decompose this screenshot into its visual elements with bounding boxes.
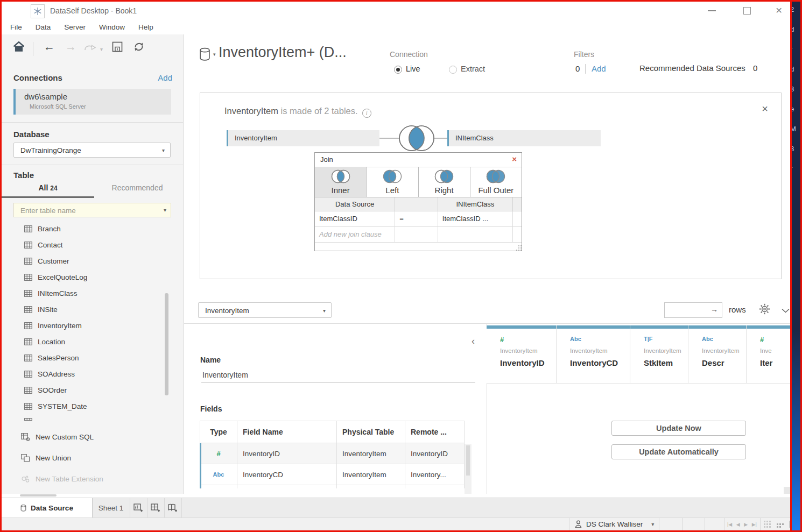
- clause-left-field[interactable]: ItemClassID: [315, 211, 395, 227]
- grid-scroll-corner[interactable]: [784, 487, 790, 494]
- new-union[interactable]: New Union: [2, 448, 179, 469]
- home-button[interactable]: [12, 41, 25, 54]
- tab-sheet1[interactable]: Sheet 1: [92, 498, 130, 517]
- redo-caret-icon[interactable]: ▾: [100, 46, 103, 52]
- grid-column-header[interactable]: Abc InventoryItem InventoryCD: [557, 325, 630, 384]
- add-join-clause[interactable]: Add new join clause: [315, 227, 395, 243]
- update-automatically-button[interactable]: Update Automatically: [611, 444, 746, 459]
- grid-column-header[interactable]: # InventoryItem InventoryID: [487, 325, 557, 384]
- gear-icon[interactable]: [759, 303, 770, 316]
- add-connection-link[interactable]: Add: [158, 73, 172, 82]
- table-list-item[interactable]: Customer: [2, 253, 163, 269]
- new-dashboard-button[interactable]: [147, 498, 165, 517]
- sidebar-horizontal-scrollbar[interactable]: [2, 494, 184, 498]
- table-search[interactable]: ▾: [13, 203, 171, 217]
- grid-column-header[interactable]: Abc InventoryItem Descr: [688, 325, 747, 384]
- rows-label: rows: [729, 305, 746, 314]
- field-row[interactable]: Abc InventoryCD InventoryItem Inventory.…: [200, 464, 465, 485]
- database-dropdown[interactable]: DwTrainingOrange ▾: [13, 143, 171, 158]
- resize-grip[interactable]: [518, 247, 519, 249]
- redo-icon[interactable]: [83, 44, 96, 54]
- table-search-input[interactable]: [19, 204, 156, 217]
- clause-right-field[interactable]: ItemClassID ...: [438, 211, 513, 227]
- menu-help[interactable]: Help: [138, 23, 153, 31]
- partial-grid-view-icon[interactable]: [777, 521, 784, 528]
- fields-table-scrollbar[interactable]: [465, 444, 472, 494]
- menu-server[interactable]: Server: [64, 23, 86, 31]
- back-button[interactable]: ←: [44, 41, 55, 53]
- table-name: SalesPerson: [38, 354, 79, 362]
- close-button[interactable]: ×: [776, 3, 782, 17]
- table-pill-left[interactable]: InventoryItem: [227, 130, 379, 146]
- minimize-button[interactable]: [708, 10, 716, 11]
- field-row-clipped[interactable]: [200, 485, 465, 488]
- field-row[interactable]: # InventoryID InventoryItem InventoryID: [200, 443, 465, 464]
- chevron-down-icon[interactable]: [782, 307, 790, 315]
- table-list-item[interactable]: SOAddress: [2, 366, 163, 382]
- forward-button[interactable]: →: [65, 41, 76, 53]
- live-radio[interactable]: [394, 66, 402, 74]
- next-page-icon[interactable]: ▶: [744, 522, 748, 527]
- new-story-button[interactable]: [164, 498, 182, 517]
- name-field[interactable]: [201, 368, 475, 382]
- clause-operator[interactable]: =: [395, 211, 438, 227]
- join-type-left[interactable]: Left: [367, 167, 418, 197]
- datasource-title[interactable]: InventoryItem+ (D...: [219, 44, 347, 61]
- filters-add-link[interactable]: Add: [592, 64, 606, 73]
- tab-recommended[interactable]: Recommended: [94, 183, 180, 192]
- update-now-button[interactable]: Update Now: [611, 421, 746, 436]
- grid-column-header[interactable]: T|F InventoryItem StkItem: [630, 325, 688, 384]
- grid-view-icon[interactable]: [764, 521, 771, 528]
- table-list-item[interactable]: Branch: [2, 221, 163, 237]
- table-list-item[interactable]: Location: [2, 334, 163, 350]
- datasource-db-icon[interactable]: [199, 47, 210, 63]
- join-dialog-header: Join ×: [315, 153, 522, 167]
- menu-file[interactable]: File: [10, 23, 22, 31]
- info-icon[interactable]: i: [362, 109, 371, 118]
- arrow-right-icon[interactable]: →: [710, 305, 718, 314]
- chevron-down-icon[interactable]: ▾: [164, 207, 166, 213]
- menu-window[interactable]: Window: [99, 23, 125, 31]
- join-type-inner[interactable]: Inner: [315, 167, 367, 197]
- grid-column-header[interactable]: # Inve Iter: [747, 325, 790, 384]
- full-view-icon[interactable]: [790, 521, 792, 528]
- join-venn-icon[interactable]: [397, 124, 436, 153]
- table-list-item-clipped[interactable]: [2, 414, 163, 421]
- table-list-item[interactable]: SYSTEM_Date: [2, 398, 163, 414]
- maximize-button[interactable]: [743, 7, 751, 15]
- tab-data-source[interactable]: Data Source: [2, 498, 93, 517]
- table-list-item[interactable]: SalesPerson: [2, 350, 163, 366]
- new-worksheet-button[interactable]: [130, 498, 147, 517]
- join-type-full-outer[interactable]: Full Outer: [470, 167, 522, 197]
- connection-item[interactable]: dw6\sample Microsoft SQL Server: [13, 89, 171, 115]
- save-button[interactable]: [112, 41, 123, 54]
- sidebar-scrollbar[interactable]: [165, 293, 168, 395]
- new-custom-sql[interactable]: New Custom SQL: [2, 427, 179, 448]
- table-list-item[interactable]: INItemClass: [2, 285, 163, 301]
- rows-count-input[interactable]: [667, 304, 710, 316]
- datasource-caret-icon[interactable]: ▾: [213, 52, 216, 57]
- user-menu[interactable]: DS Clark Walliser ▾: [569, 518, 659, 530]
- menu-data[interactable]: Data: [36, 23, 51, 31]
- preview-table-selector[interactable]: InventoryItem ▾: [198, 302, 332, 318]
- join-type-label: Right: [419, 186, 470, 195]
- join-type-right[interactable]: Right: [419, 167, 470, 197]
- extract-radio[interactable]: [449, 66, 457, 74]
- collapse-pane-icon[interactable]: ‹: [472, 336, 475, 347]
- table-list-item[interactable]: Contact: [2, 237, 163, 253]
- canvas-close-icon[interactable]: ×: [762, 103, 768, 115]
- table-list-item[interactable]: SOOrder: [2, 382, 163, 398]
- tab-all[interactable]: All 24: [2, 183, 94, 192]
- extract-label[interactable]: Extract: [461, 65, 485, 73]
- table-list-item[interactable]: InventoryItem: [2, 317, 163, 334]
- refresh-button[interactable]: [133, 41, 145, 54]
- rows-count-input-box[interactable]: →: [664, 302, 722, 318]
- first-page-icon[interactable]: |◀: [727, 522, 732, 527]
- live-label[interactable]: Live: [406, 65, 420, 73]
- table-list-item[interactable]: ExcelQuoteLog: [2, 269, 163, 285]
- table-pill-right[interactable]: INItemClass: [447, 130, 601, 146]
- prev-page-icon[interactable]: ◀: [736, 522, 740, 527]
- last-page-icon[interactable]: ▶|: [752, 522, 757, 527]
- table-list-item[interactable]: INSite: [2, 301, 163, 317]
- join-close-icon[interactable]: ×: [512, 154, 517, 164]
